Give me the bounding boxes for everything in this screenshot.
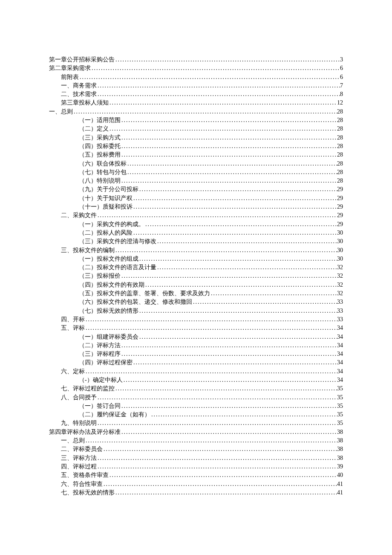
toc-label: （一）组建评标委员会: [79, 333, 138, 341]
toc-entry: （六）联合体投标28: [49, 160, 343, 168]
toc-leader-dots: [121, 402, 337, 410]
toc-entry: （二）定义28: [49, 125, 343, 133]
toc-page-number: 35: [337, 393, 343, 402]
toc-label: 五、资格条件审查: [61, 471, 109, 479]
toc-label: （四）评标过程保密: [79, 358, 133, 367]
toc-label: （五）投标费用: [79, 151, 121, 159]
toc-leader-dots: [133, 203, 337, 211]
toc-entry: （四）投标委托28: [49, 142, 343, 151]
toc-leader-dots: [144, 281, 337, 289]
toc-label: （九）关于分公司投标: [79, 185, 138, 194]
toc-entry: （一）签订合同35: [49, 402, 343, 410]
toc-page-number: 29: [337, 211, 343, 220]
toc-label: 六、符合性审查: [61, 480, 103, 488]
toc-label: （二）履约保证金（如有）: [79, 410, 150, 419]
toc-leader-dots: [138, 255, 337, 263]
toc-entry: （二）投标文件的语言及计量32: [49, 263, 343, 272]
toc-page-number: 6: [340, 64, 343, 73]
toc-page-number: 34: [337, 367, 343, 376]
toc-entry: （-）确定中标人34: [49, 376, 343, 384]
toc-label: （十一）质疑和投诉: [79, 203, 133, 211]
toc-leader-dots: [97, 462, 337, 471]
toc-entry: 六、符合性审查41: [49, 480, 343, 488]
toc-page-number: 28: [337, 177, 343, 185]
toc-label: 第二章采购需求: [49, 64, 91, 73]
toc-leader-dots: [121, 151, 337, 159]
toc-page-number: 35: [337, 402, 343, 410]
toc-label: （一）适用范围: [79, 116, 121, 125]
toc-leader-dots: [138, 185, 337, 194]
toc-label: （三）投标报价: [79, 272, 121, 280]
toc-page-number: 32: [337, 281, 343, 289]
toc-entry: 二、采购文件29: [49, 211, 343, 220]
toc-entry: （一）组建评标委员会34: [49, 333, 343, 341]
toc-entry: （一）投标文件的组成30: [49, 255, 343, 263]
toc-entry: 第一章公开招标采购公告3: [49, 55, 343, 64]
toc-label: 六、定标: [61, 367, 85, 376]
toc-page-number: 29: [337, 203, 343, 211]
toc-label: 第一章公开招标采购公告: [49, 55, 115, 64]
toc-label: （六）投标文件的包装、递交、修改和撤回: [79, 298, 192, 306]
toc-leader-dots: [121, 116, 337, 125]
toc-page-number: 30: [337, 237, 343, 246]
toc-page-number: 41: [337, 488, 343, 497]
toc-entry: 第三章投标人须知12: [49, 99, 343, 107]
toc-leader-dots: [133, 194, 337, 203]
toc-entry: （十一）质疑和投诉29: [49, 203, 343, 211]
toc-page-number: 33: [337, 307, 343, 315]
toc-label: 二、采购文件: [61, 211, 97, 220]
toc-page-number: 28: [337, 125, 343, 133]
toc-leader-dots: [133, 358, 337, 367]
toc-page-number: 32: [337, 272, 343, 280]
toc-leader-dots: [97, 454, 337, 462]
toc-page-number: 39: [337, 462, 343, 471]
toc-entry: （六）投标文件的包装、递交、修改和撤回33: [49, 298, 343, 306]
toc-page-number: 35: [337, 410, 343, 419]
toc-leader-dots: [150, 410, 337, 419]
toc-entry: 七、评标过程的监控35: [49, 384, 343, 393]
toc-entry: 九、特别说明35: [49, 419, 343, 427]
toc-label: 二、技术需求: [61, 90, 97, 99]
toc-entry: （十）关于知识产权29: [49, 194, 343, 203]
toc-page-number: 32: [337, 263, 343, 272]
toc-page-number: 34: [337, 333, 343, 341]
toc-leader-dots: [97, 90, 340, 99]
toc-label: 四、开标: [61, 315, 85, 324]
toc-entry: 第四章评标办法及评分标准38: [49, 428, 343, 436]
toc-leader-dots: [109, 125, 337, 133]
toc-label: 三、投标文件的编制: [61, 246, 115, 255]
toc-page-number: 38: [337, 428, 343, 436]
toc-page-number: 35: [337, 419, 343, 427]
toc-page-number: 28: [337, 160, 343, 168]
toc-leader-dots: [133, 229, 337, 237]
toc-entry: 四、开标33: [49, 315, 343, 324]
toc-label: 二、评标委员会: [61, 445, 103, 453]
toc-label: 一、商务需求: [61, 81, 97, 90]
toc-page-number: 30: [337, 255, 343, 263]
toc-leader-dots: [121, 428, 337, 436]
toc-leader-dots: [121, 142, 337, 151]
toc-page-number: 3: [340, 55, 343, 64]
toc-entry: 前附表6: [49, 73, 343, 81]
toc-page-number: 30: [337, 229, 343, 237]
toc-label: （二）评标方法: [79, 341, 121, 350]
toc-leader-dots: [115, 246, 337, 255]
toc-page-number: 34: [337, 358, 343, 367]
toc-leader-dots: [138, 307, 337, 315]
toc-leader-dots: [138, 333, 337, 341]
toc-page-number: 34: [337, 341, 343, 350]
toc-entry: 第二章采购需求6: [49, 64, 343, 73]
toc-entry: 五、评标34: [49, 324, 343, 332]
toc-page-number: 6: [340, 73, 343, 81]
toc-label: （四）投标文件的有效期: [79, 281, 144, 289]
toc-label: （三）采购文件的澄清与修改: [79, 237, 156, 246]
toc-leader-dots: [97, 81, 340, 90]
toc-page-number: 34: [337, 350, 343, 358]
toc-label: （八）特别说明: [79, 177, 121, 185]
toc-label: （二）投标人的风险: [79, 229, 133, 237]
toc-page-number: 41: [337, 480, 343, 488]
toc-entry: （四）投标文件的有效期32: [49, 281, 343, 289]
toc-entry: 二、评标委员会38: [49, 445, 343, 453]
toc-label: （二）投标文件的语言及计量: [79, 263, 156, 272]
toc-label: （五）投标文件的盖章、签署、份数、要求及效力: [79, 289, 210, 298]
